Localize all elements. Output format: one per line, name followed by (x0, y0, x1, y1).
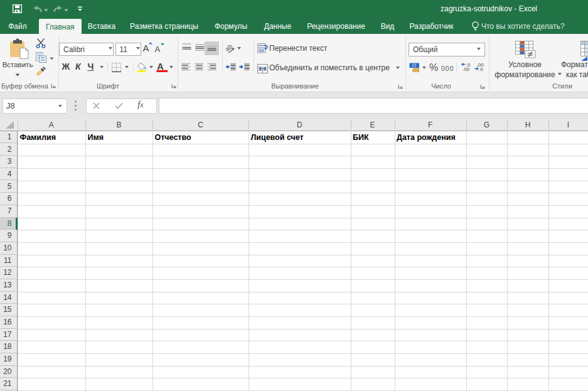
svg-text:A: A (157, 62, 164, 72)
svg-text:ab: ab (225, 43, 234, 53)
svg-text:,0: ,0 (479, 67, 483, 72)
svg-text:.00: .00 (462, 67, 470, 72)
